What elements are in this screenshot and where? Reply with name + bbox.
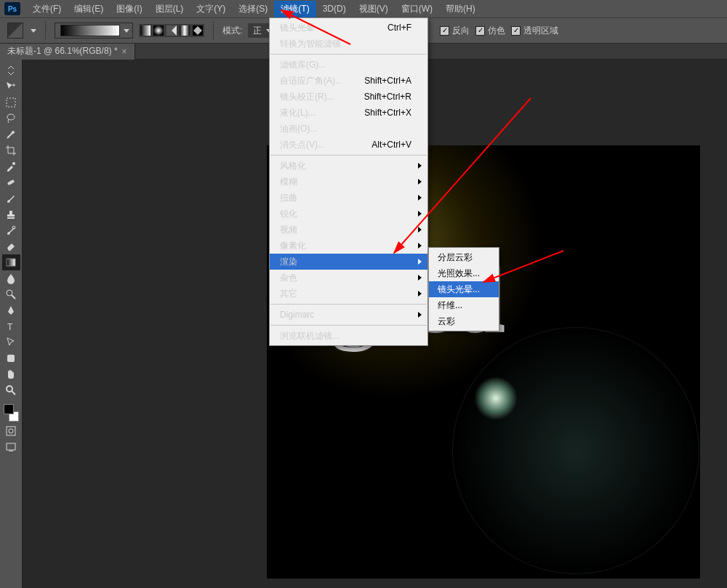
hand-tool[interactable]: [2, 366, 20, 382]
svg-rect-1: [153, 25, 164, 36]
gradient-radial-button[interactable]: [152, 24, 165, 37]
menu-item-digimarc[interactable]: Digimarc: [270, 307, 427, 323]
eraser-tool[interactable]: [2, 238, 20, 254]
menu-item-adaptive-wide[interactable]: 自适应广角(A)...Shift+Ctrl+A: [270, 73, 427, 89]
svg-point-12: [7, 290, 12, 296]
dropdown-icon[interactable]: [31, 29, 36, 33]
document-title: 未标题-1 @ 66.1%(RGB/8) *: [7, 45, 118, 57]
menu-item-last-filter[interactable]: 镜头光晕Ctrl+F: [270, 20, 427, 36]
submenu-item-clouds[interactable]: 云彩: [429, 313, 499, 329]
svg-rect-3: [180, 25, 190, 36]
mode-label: 模式:: [222, 25, 242, 37]
menu-3d[interactable]: 3D(D): [316, 1, 353, 16]
screenmode-button[interactable]: [2, 439, 20, 455]
menu-item-distort[interactable]: 扭曲: [270, 190, 427, 206]
submenu-item-fibers[interactable]: 纤维...: [429, 297, 499, 313]
marquee-tool[interactable]: [2, 94, 20, 110]
menu-item-render[interactable]: 渲染: [270, 254, 427, 270]
menu-view[interactable]: 视图(V): [353, 1, 395, 17]
tool-preset-picker[interactable]: [7, 23, 23, 39]
quickmask-button[interactable]: [2, 423, 20, 439]
heal-tool[interactable]: [2, 174, 20, 190]
reverse-checkbox[interactable]: ✓反向: [440, 25, 470, 37]
lasso-tool[interactable]: [2, 110, 20, 126]
submenu-item-lighting[interactable]: 光照效果...: [429, 265, 499, 281]
menu-item-pixelate[interactable]: 像素化: [270, 238, 427, 254]
type-tool[interactable]: T: [2, 318, 20, 334]
menu-item-browse-online[interactable]: 浏览联机滤镜...: [270, 328, 427, 344]
gradient-linear-button[interactable]: [139, 24, 152, 37]
history-brush-tool[interactable]: [2, 222, 20, 238]
submenu-arrow-icon: [418, 243, 422, 249]
menu-item-liquify[interactable]: 液化(L)...Shift+Ctrl+X: [270, 105, 427, 121]
menu-separator: [270, 54, 427, 55]
dither-checkbox[interactable]: ✓仿色: [475, 25, 505, 37]
submenu-item-clouds-diff[interactable]: 分层云彩: [429, 249, 499, 265]
menu-item-vanishing-point[interactable]: 消失点(V)...Alt+Ctrl+V: [270, 137, 427, 153]
svg-point-7: [12, 162, 15, 165]
menu-item-other[interactable]: 其它: [270, 286, 427, 302]
blur-tool[interactable]: [2, 270, 20, 286]
menu-file[interactable]: 文件(F): [26, 1, 68, 17]
svg-rect-14: [7, 355, 15, 362]
gradient-preview[interactable]: [60, 25, 120, 36]
svg-rect-9: [7, 217, 15, 219]
wand-tool[interactable]: [2, 126, 20, 142]
path-select-tool[interactable]: [2, 334, 20, 350]
pen-tool[interactable]: [2, 302, 20, 318]
menu-select[interactable]: 选择(S): [232, 1, 274, 17]
submenu-arrow-icon: [418, 163, 422, 169]
main-menubar: Ps 文件(F) 编辑(E) 图像(I) 图层(L) 文字(Y) 选择(S) 滤…: [0, 0, 727, 17]
gradient-reflected-button[interactable]: [178, 24, 191, 37]
svg-rect-8: [7, 180, 15, 185]
gradient-angle-button[interactable]: [165, 24, 178, 37]
lens-flare-ring: [452, 327, 699, 574]
stamp-tool[interactable]: [2, 206, 20, 222]
menu-separator: [270, 155, 427, 156]
svg-rect-18: [7, 443, 15, 450]
dropdown-icon[interactable]: [124, 29, 129, 33]
menu-item-convert-smart[interactable]: 转换为智能滤镜: [270, 36, 427, 52]
menu-type[interactable]: 文字(Y): [190, 1, 232, 17]
svg-rect-16: [7, 427, 15, 435]
menu-filter[interactable]: 滤镜(T): [274, 1, 316, 17]
crop-tool[interactable]: [2, 142, 20, 158]
document-tab[interactable]: 未标题-1 @ 66.1%(RGB/8) * ×: [0, 44, 135, 60]
gradient-diamond-button[interactable]: [191, 24, 204, 37]
transparency-checkbox[interactable]: ✓透明区域: [511, 25, 558, 37]
app-logo: Ps: [4, 2, 20, 15]
submenu-arrow-icon: [418, 259, 422, 265]
submenu-arrow-icon: [418, 195, 422, 201]
menu-item-sharpen[interactable]: 锐化: [270, 206, 427, 222]
menu-separator: [270, 304, 427, 305]
svg-rect-0: [140, 25, 150, 36]
foreground-background-colors[interactable]: [2, 403, 20, 423]
menu-item-blur[interactable]: 模糊: [270, 174, 427, 190]
svg-text:T: T: [7, 322, 13, 332]
menu-edit[interactable]: 编辑(E): [68, 1, 110, 17]
move-tool[interactable]: [2, 78, 20, 94]
menu-item-filter-gallery[interactable]: 滤镜库(G)...: [270, 57, 427, 73]
brush-tool[interactable]: [2, 190, 20, 206]
gradient-tool[interactable]: [2, 254, 20, 270]
menu-item-video[interactable]: 视频: [270, 222, 427, 238]
svg-rect-19: [9, 451, 13, 451]
eyedropper-tool[interactable]: [2, 158, 20, 174]
zoom-tool[interactable]: [2, 382, 20, 398]
toolbox: T: [0, 60, 23, 588]
svg-rect-11: [7, 259, 15, 266]
menu-item-stylize[interactable]: 风格化: [270, 158, 427, 174]
menu-image[interactable]: 图像(I): [110, 1, 148, 17]
menu-help[interactable]: 帮助(H): [439, 1, 482, 17]
menu-separator: [270, 325, 427, 326]
collapse-icon[interactable]: [2, 63, 20, 78]
menu-item-lens-correction[interactable]: 镜头校正(R)...Shift+Ctrl+R: [270, 89, 427, 105]
menu-item-noise[interactable]: 杂色: [270, 270, 427, 286]
submenu-item-lens-flare[interactable]: 镜头光晕...: [429, 281, 499, 297]
menu-layer[interactable]: 图层(L): [149, 1, 190, 17]
menu-window[interactable]: 窗口(W): [395, 1, 439, 17]
dodge-tool[interactable]: [2, 286, 20, 302]
shape-tool[interactable]: [2, 350, 20, 366]
menu-item-oil-paint[interactable]: 油画(O)...: [270, 121, 427, 137]
close-icon[interactable]: ×: [122, 47, 127, 57]
